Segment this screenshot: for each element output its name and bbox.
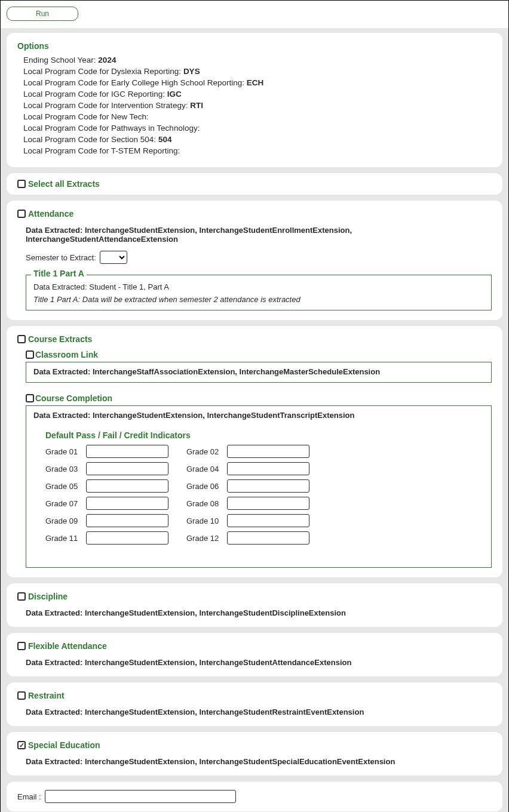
- discipline-panel: Discipline Data Extracted: InterchangeSt…: [7, 583, 502, 627]
- select-all-checkbox[interactable]: [17, 180, 26, 188]
- s504-value: 504: [158, 135, 172, 144]
- grade-02-label: Grade 02: [186, 447, 227, 456]
- ending-year-value: 2024: [98, 56, 116, 64]
- course-completion-box: Data Extracted: InterchangeStudentExtens…: [26, 405, 492, 568]
- rti-label: Local Program Code for Intervention Stra…: [23, 101, 190, 110]
- top-bar: Run: [1, 1, 508, 28]
- course-extracts-checkbox[interactable]: [17, 335, 26, 343]
- grade-05-input[interactable]: [86, 479, 168, 493]
- flex-attendance-label: Flexible Attendance: [28, 641, 107, 651]
- grade-10-input[interactable]: [227, 514, 309, 527]
- grade-10-label: Grade 10: [186, 516, 227, 525]
- discipline-data-value: InterchangeStudentExtension, Interchange…: [85, 608, 346, 617]
- restraint-checkbox[interactable]: [17, 691, 26, 700]
- grade-04-label: Grade 04: [186, 465, 227, 473]
- email-input[interactable]: [45, 790, 236, 803]
- attendance-data-label: Data Extracted:: [26, 226, 85, 235]
- options-panel: Options Ending School Year: 2024 Local P…: [7, 33, 502, 167]
- flex-attendance-data-value: InterchangeStudentExtension, Interchange…: [85, 658, 351, 667]
- attendance-panel: Attendance Data Extracted: InterchangeSt…: [7, 201, 502, 320]
- grade-03-label: Grade 03: [45, 465, 86, 473]
- discipline-checkbox[interactable]: [17, 592, 26, 601]
- grade-07-input[interactable]: [86, 497, 168, 510]
- grade-02-input[interactable]: [227, 445, 309, 458]
- course-completion-data-value: InterchangeStudentExtension, Interchange…: [93, 411, 354, 420]
- attendance-label: Attendance: [28, 209, 73, 219]
- select-all-label: Select all Extracts: [28, 179, 100, 189]
- ech-label: Local Program Code for Early College Hig…: [23, 78, 247, 87]
- grade-06-input[interactable]: [227, 479, 309, 493]
- grade-12-label: Grade 12: [186, 534, 227, 543]
- title1-legend: Title 1 Part A: [31, 269, 87, 278]
- ech-value: ECH: [247, 78, 264, 87]
- select-all-panel: Select all Extracts: [7, 173, 502, 195]
- special-ed-checkbox[interactable]: [17, 741, 26, 749]
- grade-05-label: Grade 05: [45, 482, 86, 491]
- semester-select[interactable]: [100, 251, 127, 264]
- grade-09-label: Grade 09: [45, 516, 86, 525]
- grade-03-input[interactable]: [86, 462, 168, 475]
- course-extracts-label: Course Extracts: [28, 334, 92, 344]
- main-content: Options Ending School Year: 2024 Local P…: [1, 28, 508, 812]
- grade-01-input[interactable]: [86, 445, 168, 458]
- discipline-label: Discipline: [28, 592, 68, 601]
- classroom-link-checkbox[interactable]: [26, 350, 34, 359]
- title1-fieldset: Title 1 Part A Data Extracted: Student -…: [26, 275, 492, 310]
- special-ed-label: Special Education: [28, 740, 100, 750]
- title1-note: Title 1 Part A: Data will be extracted w…: [33, 295, 484, 304]
- grade-04-input[interactable]: [227, 462, 309, 475]
- grade-grid: Grade 01 Grade 02 Grade 03 Grade 04 Grad…: [45, 445, 484, 545]
- classroom-link-data-label: Data Extracted:: [33, 367, 93, 376]
- tstem-label: Local Program Code for T-STEM Reporting:: [23, 146, 180, 155]
- grade-01-label: Grade 01: [45, 447, 86, 456]
- pathways-label: Local Program Code for Pathways in Techn…: [23, 124, 200, 133]
- grade-12-input[interactable]: [227, 531, 309, 545]
- special-ed-panel: Special Education Data Extracted: Interc…: [7, 732, 502, 776]
- grade-07-label: Grade 07: [45, 499, 86, 508]
- grade-08-label: Grade 08: [186, 499, 227, 508]
- dyslexia-value: DYS: [183, 67, 200, 76]
- rti-value: RTI: [190, 101, 203, 110]
- options-heading: Options: [17, 41, 492, 51]
- restraint-data-label: Data Extracted:: [26, 708, 85, 716]
- igc-label: Local Program Code for IGC Reporting:: [23, 90, 167, 99]
- attendance-checkbox[interactable]: [17, 210, 26, 218]
- semester-label: Semester to Extract:: [26, 253, 96, 262]
- course-extracts-panel: Course Extracts Classroom Link Data Extr…: [7, 326, 502, 577]
- s504-label: Local Program Code for Section 504:: [23, 135, 158, 144]
- restraint-data-value: InterchangeStudentExtension, Interchange…: [85, 708, 364, 716]
- dyslexia-label: Local Program Code for Dyslexia Reportin…: [23, 67, 183, 76]
- grade-06-label: Grade 06: [186, 482, 227, 491]
- igc-value: IGC: [167, 90, 182, 99]
- classroom-link-box: Data Extracted: InterchangeStaffAssociat…: [26, 362, 492, 383]
- course-completion-data-label: Data Extracted:: [33, 411, 93, 420]
- grade-09-input[interactable]: [86, 514, 168, 527]
- run-button[interactable]: Run: [7, 7, 78, 21]
- flex-attendance-checkbox[interactable]: [17, 642, 26, 650]
- classroom-link-data-value: InterchangeStaffAssociationExtension, In…: [93, 367, 380, 376]
- email-panel: Email :: [7, 782, 502, 811]
- course-completion-checkbox[interactable]: [26, 394, 34, 402]
- grade-11-label: Grade 11: [45, 534, 86, 543]
- indicators-heading: Default Pass / Fail / Credit Indicators: [45, 430, 484, 440]
- grade-11-input[interactable]: [86, 531, 168, 545]
- grade-08-input[interactable]: [227, 497, 309, 510]
- special-ed-data-label: Data Extracted:: [26, 757, 85, 766]
- course-completion-label: Course Completion: [35, 393, 112, 403]
- restraint-panel: Restraint Data Extracted: InterchangeStu…: [7, 682, 502, 726]
- email-label: Email :: [17, 792, 41, 801]
- special-ed-data-value: InterchangeStudentExtension, Interchange…: [85, 757, 395, 766]
- discipline-data-label: Data Extracted:: [26, 608, 85, 617]
- classroom-link-label: Classroom Link: [35, 350, 98, 359]
- flex-attendance-data-label: Data Extracted:: [26, 658, 85, 667]
- restraint-label: Restraint: [28, 691, 65, 700]
- flex-attendance-panel: Flexible Attendance Data Extracted: Inte…: [7, 633, 502, 676]
- ending-year-label: Ending School Year:: [23, 56, 98, 64]
- title1-data: Data Extracted: Student - Title 1, Part …: [33, 282, 484, 291]
- newtech-label: Local Program Code for New Tech:: [23, 112, 149, 121]
